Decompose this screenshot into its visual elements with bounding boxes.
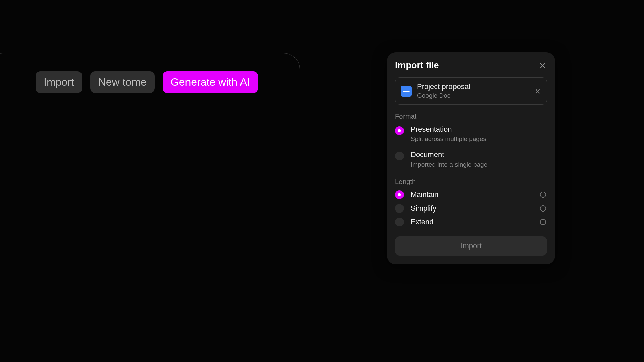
radio-indicator: [395, 190, 404, 199]
radio-title: Simplify: [411, 204, 532, 213]
radio-desc: Split across multiple pages: [411, 135, 547, 143]
main-card: Import New tome Generate with AI: [0, 53, 300, 362]
radio-text: Extend: [411, 218, 532, 226]
file-type: Google Doc: [417, 92, 529, 100]
selected-file-chip: Project proposal Google Doc: [395, 77, 547, 105]
length-option-extend[interactable]: Extend: [395, 218, 547, 226]
remove-file-icon[interactable]: [534, 87, 541, 95]
radio-desc: Imported into a single page: [411, 161, 547, 169]
svg-point-12: [543, 220, 543, 221]
svg-point-6: [543, 193, 543, 194]
format-option-presentation[interactable]: Presentation Split across multiple pages: [395, 125, 547, 143]
length-radio-group: Maintain Simplify Extend: [395, 190, 547, 226]
dialog-header: Import file: [395, 60, 547, 71]
length-option-maintain[interactable]: Maintain: [395, 190, 547, 199]
import-file-dialog: Import file Project proposal Google Doc …: [387, 52, 555, 264]
close-icon[interactable]: [538, 61, 547, 70]
format-section-label: Format: [395, 113, 547, 120]
radio-text: Document Imported into a single page: [411, 150, 547, 169]
radio-indicator: [395, 152, 404, 160]
radio-indicator: [395, 218, 404, 226]
google-doc-icon: [401, 86, 412, 97]
length-option-simplify[interactable]: Simplify: [395, 204, 547, 213]
toolbar: Import New tome Generate with AI: [36, 71, 258, 93]
info-icon[interactable]: [539, 218, 547, 226]
format-radio-group: Presentation Split across multiple pages…: [395, 125, 547, 169]
radio-text: Maintain: [411, 190, 532, 199]
svg-point-9: [543, 207, 543, 207]
radio-title: Document: [411, 150, 547, 159]
length-section-label: Length: [395, 178, 547, 186]
radio-title: Presentation: [411, 125, 547, 134]
radio-indicator: [395, 126, 404, 135]
radio-text: Presentation Split across multiple pages: [411, 125, 547, 143]
radio-indicator: [395, 204, 404, 213]
info-icon[interactable]: [539, 191, 547, 199]
import-button[interactable]: Import: [36, 71, 82, 93]
dialog-import-button[interactable]: Import: [395, 236, 547, 256]
generate-with-ai-button[interactable]: Generate with AI: [163, 71, 258, 93]
dialog-title: Import file: [395, 60, 439, 71]
info-icon[interactable]: [539, 204, 547, 213]
radio-text: Simplify: [411, 204, 532, 213]
radio-title: Maintain: [411, 190, 532, 199]
new-tome-button[interactable]: New tome: [90, 71, 155, 93]
file-meta: Project proposal Google Doc: [417, 82, 529, 100]
radio-title: Extend: [411, 218, 532, 226]
format-option-document[interactable]: Document Imported into a single page: [395, 150, 547, 169]
file-name: Project proposal: [417, 82, 529, 91]
